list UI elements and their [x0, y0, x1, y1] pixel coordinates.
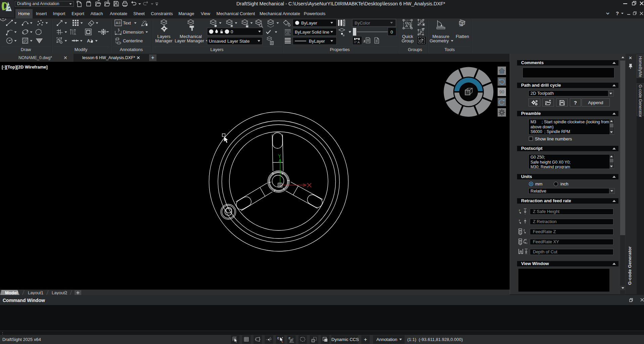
svg-text:x: x	[526, 242, 527, 244]
svg-text:Layers: Layers	[210, 47, 224, 52]
svg-text:ByLayer: ByLayer	[309, 39, 325, 44]
svg-text:Groups: Groups	[408, 47, 422, 52]
svg-text:A: A	[358, 41, 360, 44]
svg-text:Model: Model	[5, 290, 18, 295]
svg-text:ByLayer: ByLayer	[295, 30, 311, 35]
svg-text:z: z	[519, 219, 520, 222]
svg-text:Layout2: Layout2	[52, 290, 67, 295]
svg-text:Modify: Modify	[75, 47, 88, 52]
svg-text:Flatten: Flatten	[456, 34, 469, 39]
svg-text:ByLayer: ByLayer	[301, 20, 317, 26]
svg-text:y: y	[525, 238, 527, 241]
svg-text:0: 0	[231, 29, 233, 34]
svg-text:Manager: Manager	[155, 38, 173, 43]
svg-text:Centerline: Centerline	[123, 38, 143, 43]
svg-text:z: z	[519, 209, 520, 212]
svg-text:Annotations: Annotations	[120, 47, 143, 52]
svg-text:z: z	[523, 228, 525, 231]
svg-text:E: E	[277, 337, 279, 340]
svg-text:Layer Manager: Layer Manager	[175, 38, 204, 43]
svg-text:90: 90	[499, 89, 504, 94]
svg-text:Layout1: Layout1	[28, 290, 43, 295]
svg-text:A: A	[116, 21, 118, 25]
svg-text:?: ?	[616, 10, 619, 16]
svg-text:Draw: Draw	[21, 47, 31, 52]
svg-text:A: A	[87, 38, 90, 43]
svg-text:Text: Text	[123, 20, 131, 26]
svg-text:Unsaved Layer State: Unsaved Layer State	[209, 39, 249, 44]
svg-text:Solid line: Solid line	[312, 30, 329, 35]
svg-text:ByColor: ByColor	[355, 20, 370, 26]
svg-text:E: E	[289, 337, 291, 340]
svg-text:Dimension: Dimension	[123, 30, 143, 35]
svg-text:A: A	[74, 32, 76, 36]
svg-text:Tools: Tools	[445, 47, 455, 52]
svg-text:Geometry: Geometry	[429, 38, 449, 43]
svg-text:2D: 2D	[459, 24, 462, 27]
svg-text:Group: Group	[402, 38, 414, 43]
svg-text:Properties: Properties	[330, 47, 350, 52]
svg-text:0: 0	[390, 30, 393, 35]
